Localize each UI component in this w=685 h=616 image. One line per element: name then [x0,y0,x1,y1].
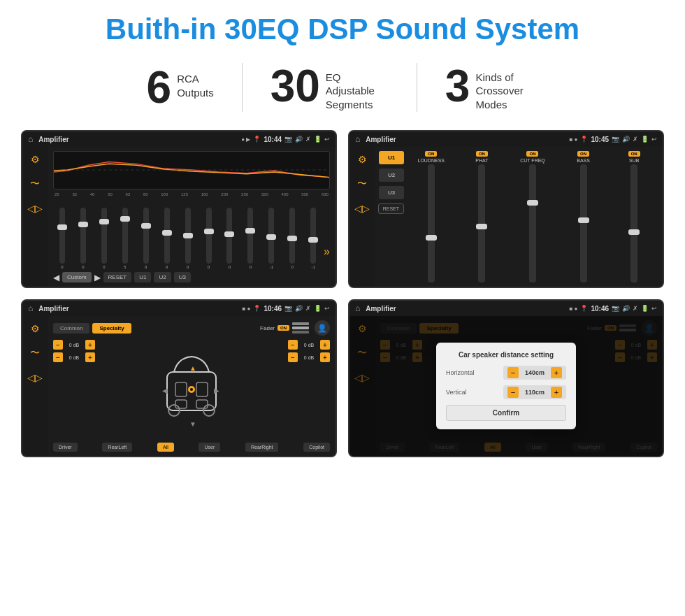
btn-all[interactable]: All [157,443,174,452]
cs-db-row-1: − 0 dB + [53,352,95,362]
cs-plus-0[interactable]: + [85,340,95,350]
back-icon-1[interactable]: ↩ [324,136,330,143]
dialog-label-vertical: Vertical [446,389,484,396]
preset-u1[interactable]: U1 [379,151,404,164]
btn-rearright[interactable]: RearRight [245,443,279,452]
signal-icon-1: ✗ [305,136,311,143]
ch-name-phat: PHAT [475,158,488,163]
settings-btn[interactable]: 👤 [315,320,330,336]
wave-icon-1[interactable]: 〜 [30,178,40,190]
camera-icon-3: 📷 [284,305,292,312]
page-title: Buith-in 30EQ DSP Sound System [14,13,671,46]
cs-car-diagram: ▲ ▼ ◀ ▶ [101,340,282,438]
screen-body-3: ⚙ 〜 ◁▷ Common Specialty Fader ON [22,316,336,456]
dialog-plus-horizontal[interactable]: + [551,367,562,378]
custom-button[interactable]: Custom [62,272,92,282]
svg-rect-4 [175,382,187,396]
home-icon-2[interactable]: ⌂ [355,134,360,144]
eq-slider-12: -1 [304,208,322,269]
eq-icon-2[interactable]: ⚙ [358,154,367,165]
cs-plus-r0[interactable]: + [320,340,330,350]
fader-bars [292,322,309,334]
ch-name-sub: SUB [629,158,639,163]
back-icon-2[interactable]: ↩ [651,136,657,143]
volume-icon-1: 🔊 [295,136,303,143]
volume-icon-2: 🔊 [622,136,630,143]
app-name-3: Amplifier [38,305,239,313]
camera-icon-4: 📷 [612,305,619,312]
btn-copilot[interactable]: Copilot [303,443,330,452]
svg-text:▼: ▼ [189,420,196,428]
back-icon-4[interactable]: ↩ [651,305,657,312]
tab-specialty[interactable]: Specialty [92,323,131,334]
btn-driver[interactable]: Driver [53,443,78,452]
btn-user[interactable]: User [199,443,220,452]
on-badge-sub: ON [628,151,640,157]
screens-grid: ⌂ Amplifier ● ▶ 📍 10:44 📷 🔊 ✗ 🔋 ↩ ⚙ 〜 ◁▷ [0,124,685,471]
signal-icon-2: ✗ [633,136,638,143]
dot-icons-3: ■ ● [243,306,251,312]
confirm-button[interactable]: Confirm [446,405,566,421]
cs-minus-1[interactable]: − [53,352,63,362]
eq-icon-3[interactable]: ⚙ [31,323,40,334]
u3-button[interactable]: U3 [174,272,191,282]
prev-button[interactable]: ◀ [53,273,59,282]
back-icon-3[interactable]: ↩ [324,305,330,312]
cs-db-val-0: 0 dB [65,343,83,348]
dot-icons-1: ● ▶ [241,136,250,143]
speaker-icon-1[interactable]: ◁▷ [27,203,43,214]
eq-slider-7: 0 [200,208,218,269]
screen-eq: ⌂ Amplifier ● ▶ 📍 10:44 📷 🔊 ✗ 🔋 ↩ ⚙ 〜 ◁▷ [21,130,337,288]
amp-presets: U1 U2 U3 RESET [379,151,404,282]
svg-text:▲: ▲ [189,364,196,372]
u1-button[interactable]: U1 [134,272,151,282]
wave-icon-3[interactable]: 〜 [30,347,40,359]
btn-rearleft[interactable]: RearLeft [102,443,132,452]
speaker-icon-2[interactable]: ◁▷ [354,203,370,214]
cs-minus-r1[interactable]: − [288,352,298,362]
preset-u3[interactable]: U3 [379,186,404,199]
eq-icon-1[interactable]: ⚙ [31,154,40,165]
home-icon-1[interactable]: ⌂ [28,134,33,144]
cs-plus-r1[interactable]: + [320,352,330,362]
cs-left-controls: − 0 dB + − 0 dB + [53,340,95,438]
cs-main: − 0 dB + − 0 dB + [53,340,330,438]
u2-button[interactable]: U2 [154,272,171,282]
amp-reset[interactable]: RESET [378,203,404,214]
cs-minus-0[interactable]: − [53,340,63,350]
battery-icon-1: 🔋 [314,136,322,143]
dialog-plus-vertical[interactable]: + [551,387,562,398]
status-icons-4: 📍 10:46 📷 🔊 ✗ 🔋 ↩ [580,305,657,313]
status-bar-2: ⌂ Amplifier ■ ● 📍 10:45 📷 🔊 ✗ 🔋 ↩ [349,131,663,147]
dialog-minus-horizontal[interactable]: − [507,367,519,378]
home-icon-3[interactable]: ⌂ [28,303,33,313]
fader-on-badge: ON [277,325,289,331]
stat-number-eq: 30 [271,64,320,108]
home-icon-4[interactable]: ⌂ [355,303,360,313]
eq-freq-labels: 25 32 40 50 63 80 100 125 160 200 250 32… [53,192,330,196]
stat-eq: 30 EQ AdjustableSegments [243,64,417,112]
svg-point-9 [190,388,193,391]
eq-slider-9: 0 [241,208,259,269]
stat-text-rca: RCAOutputs [177,65,214,99]
cs-plus-1[interactable]: + [85,352,95,362]
screen-body-2: ⚙ 〜 ◁▷ U1 U2 U3 RESET ON LOUDNESS [349,147,663,287]
dialog-label-horizontal: Horizontal [446,369,484,376]
dialog-row-vertical: Vertical − 110cm + [446,385,566,399]
stat-crossover: 3 Kinds ofCrossover Modes [417,64,567,112]
reset-button[interactable]: RESET [103,272,132,282]
preset-u2[interactable]: U2 [379,169,404,182]
dialog-minus-vertical[interactable]: − [507,387,519,398]
eq-slider-6: 0 [179,208,197,269]
cs-minus-r0[interactable]: − [288,340,298,350]
tab-common[interactable]: Common [53,323,89,334]
ch-name-loudness: LOUDNESS [418,158,445,163]
svg-rect-6 [175,400,187,408]
svg-text:▶: ▶ [214,387,219,394]
wave-icon-2[interactable]: 〜 [357,178,367,190]
next-button[interactable]: ▶ [94,273,101,282]
status-time-1: 10:44 [264,136,282,143]
speaker-icon-3[interactable]: ◁▷ [27,372,43,383]
eq-next-arrow[interactable]: » [324,245,330,272]
svg-text:◀: ◀ [162,387,168,394]
